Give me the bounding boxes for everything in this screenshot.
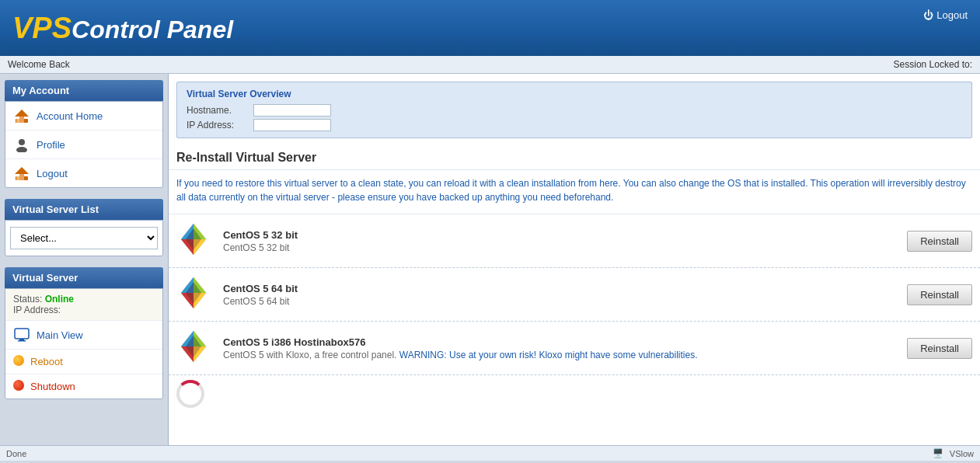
svg-marker-7 bbox=[15, 167, 29, 174]
vsl-header: Virtual Server List bbox=[5, 199, 163, 220]
welcome-text: Welcome Back bbox=[8, 59, 70, 70]
logo-control-panel: Control Panel bbox=[71, 16, 233, 44]
os-64-name: CentOS 5 64 bit bbox=[223, 283, 898, 294]
hostname-row: Hostname. bbox=[187, 104, 962, 117]
centos-logo-i386 bbox=[176, 329, 214, 367]
sidebar-item-reboot[interactable]: Reboot bbox=[5, 350, 162, 374]
vs-status-box: Status: Online IP Address: bbox=[5, 289, 162, 321]
main-view-label: Main View bbox=[37, 329, 83, 341]
ip-value bbox=[253, 119, 331, 131]
svg-point-5 bbox=[16, 147, 27, 152]
statusbar-speed: VSlow bbox=[950, 449, 974, 458]
sidebar-item-main-view[interactable]: Main View bbox=[5, 321, 162, 350]
overview-box: Virtual Server Overview Hostname. IP Add… bbox=[176, 82, 972, 138]
sidebar-item-profile[interactable]: Profile bbox=[5, 131, 162, 159]
profile-icon bbox=[13, 136, 30, 153]
os-i386-info: CentOS 5 i386 Hostinabox576 CentOS 5 wit… bbox=[223, 336, 898, 360]
monitor-icon bbox=[13, 326, 30, 343]
vs-content: Status: Online IP Address: bbox=[5, 288, 163, 399]
main-layout: My Account Account Home bbox=[0, 74, 980, 445]
reinstall-heading: Re-Install Virtual Server bbox=[169, 143, 980, 170]
vs-status-value: Online bbox=[45, 294, 74, 305]
os-64-desc: CentOS 5 64 bit bbox=[223, 296, 898, 307]
reinstall-description: If you need to restore this virtual serv… bbox=[169, 170, 980, 214]
my-account-header: My Account bbox=[5, 80, 163, 101]
reboot-dot-icon bbox=[13, 355, 24, 368]
reinstall-button-32[interactable]: Reinstall bbox=[907, 231, 972, 252]
os-item-centos5-64: CentOS 5 64 bit CentOS 5 64 bit Reinstal… bbox=[169, 268, 980, 322]
os-64-info: CentOS 5 64 bit CentOS 5 64 bit bbox=[223, 283, 898, 307]
statusbar-right: 🖥️ VSlow bbox=[933, 448, 974, 458]
vs-header: Virtual Server bbox=[5, 267, 163, 288]
header-logout-button[interactable]: ⏻ Logout bbox=[923, 9, 968, 21]
logout-sidebar-label: Logout bbox=[37, 168, 68, 179]
logout-icon bbox=[13, 165, 30, 182]
header-logout-label: Logout bbox=[936, 9, 968, 21]
status-bar-left: Done bbox=[6, 449, 26, 458]
hostname-label: Hostname. bbox=[187, 105, 249, 116]
svg-rect-12 bbox=[18, 340, 26, 342]
vs-ip-label: IP Address: bbox=[13, 305, 61, 315]
content-area: Virtual Server Overview Hostname. IP Add… bbox=[168, 74, 980, 445]
svg-rect-11 bbox=[19, 339, 24, 340]
logo-vps: VPS bbox=[12, 12, 71, 45]
os-32-desc: CentOS 5 32 bit bbox=[223, 242, 898, 253]
os-32-info: CentOS 5 32 bit CentOS 5 32 bit bbox=[223, 229, 898, 253]
virtual-server-list-section: Virtual Server List Select... Server 1 S… bbox=[5, 199, 163, 259]
centos-logo-32 bbox=[176, 222, 214, 259]
vs-status-label: Status: bbox=[13, 294, 42, 305]
svg-rect-10 bbox=[15, 329, 29, 339]
sidebar-item-account-home[interactable]: Account Home bbox=[5, 102, 162, 131]
sidebar-item-shutdown[interactable]: Shutdown bbox=[5, 374, 162, 399]
os-item-loading bbox=[169, 375, 980, 413]
reinstall-button-i386[interactable]: Reinstall bbox=[907, 338, 972, 359]
header: VPS Control Panel ⏻ Logout bbox=[0, 0, 980, 56]
statusbar-icons: 🖥️ bbox=[933, 448, 943, 458]
svg-rect-2 bbox=[19, 117, 24, 123]
os-i386-name: CentOS 5 i386 Hostinabox576 bbox=[223, 336, 898, 348]
ip-address-label: IP Address: bbox=[187, 120, 249, 131]
welcome-bar: Welcome Back Session Locked to: bbox=[0, 56, 980, 74]
app-logo: VPS Control Panel bbox=[12, 12, 233, 45]
account-home-label: Account Home bbox=[37, 110, 103, 122]
server-select-dropdown[interactable]: Select... Server 1 Server 2 bbox=[10, 227, 158, 249]
svg-marker-1 bbox=[15, 110, 29, 117]
os-item-centos5-32: CentOS 5 32 bit CentOS 5 32 bit Reinstal… bbox=[169, 214, 980, 268]
os-32-name: CentOS 5 32 bit bbox=[223, 229, 898, 241]
overview-fields: Hostname. IP Address: bbox=[187, 104, 962, 131]
os-i386-desc: CentOS 5 with Kloxo, a free control pane… bbox=[223, 350, 898, 360]
os-list: CentOS 5 32 bit CentOS 5 32 bit Reinstal… bbox=[169, 214, 980, 413]
loading-spinner bbox=[176, 380, 204, 408]
profile-label: Profile bbox=[37, 139, 65, 151]
my-account-items: Account Home Profile bbox=[5, 101, 163, 188]
svg-point-4 bbox=[19, 139, 25, 145]
session-locked-text: Session Locked to: bbox=[894, 59, 972, 70]
home-icon bbox=[13, 107, 30, 124]
shutdown-dot-icon bbox=[13, 380, 24, 393]
ip-row: IP Address: bbox=[187, 119, 962, 131]
hostname-value bbox=[253, 104, 331, 117]
os-item-centos5-i386: CentOS 5 i386 Hostinabox576 CentOS 5 wit… bbox=[169, 322, 980, 375]
svg-rect-9 bbox=[16, 176, 19, 180]
power-icon: ⏻ bbox=[923, 9, 933, 21]
vs-status-line: Status: Online bbox=[13, 294, 155, 305]
shutdown-label: Shutdown bbox=[30, 381, 75, 392]
status-bar: Done 🖥️ VSlow bbox=[0, 445, 980, 461]
os-i386-warning: WARNING: Use at your own risk! Kloxo mig… bbox=[399, 350, 698, 360]
reinstall-button-64[interactable]: Reinstall bbox=[907, 284, 972, 305]
svg-rect-8 bbox=[19, 174, 24, 180]
reboot-label: Reboot bbox=[30, 356, 63, 367]
svg-rect-3 bbox=[16, 119, 19, 123]
overview-title: Virtual Server Overview bbox=[187, 89, 962, 99]
vsl-content: Select... Server 1 Server 2 bbox=[5, 220, 163, 256]
sidebar: My Account Account Home bbox=[0, 74, 168, 445]
sidebar-item-logout[interactable]: Logout bbox=[5, 159, 162, 187]
centos-logo-64 bbox=[176, 276, 214, 313]
vs-ip-line: IP Address: bbox=[13, 305, 155, 315]
virtual-server-section: Virtual Server Status: Online IP Address… bbox=[5, 267, 163, 402]
my-account-section: My Account Account Home bbox=[5, 80, 163, 191]
